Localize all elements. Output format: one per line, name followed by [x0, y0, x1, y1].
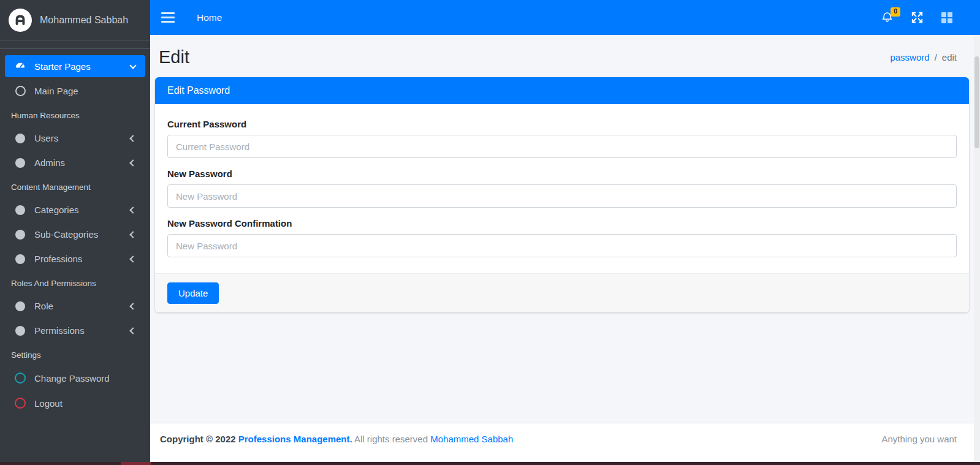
sidebar-section-settings: Settings — [5, 344, 145, 367]
sidebar-item-label: Logout — [34, 398, 140, 409]
current-password-input[interactable] — [167, 135, 957, 158]
chevron-down-icon — [129, 62, 136, 69]
circle-icon — [11, 254, 29, 264]
form-group-new-password: New Password — [167, 168, 957, 208]
new-password-confirmation-input[interactable] — [167, 234, 957, 257]
sidebar-item-admins[interactable]: Admins — [5, 152, 145, 173]
chevron-left-icon — [129, 135, 136, 142]
chevron-left-icon — [129, 206, 136, 213]
page-footer: Copyright © 2022 Professions Management.… — [150, 423, 974, 463]
nav-home-link[interactable]: Home — [197, 12, 222, 23]
fullscreen-button[interactable] — [911, 12, 923, 23]
sidebar-item-label: Professions — [34, 254, 131, 264]
footer-owner-link[interactable]: Mohammed Sabbah — [430, 434, 513, 444]
card-header: Edit Password — [155, 77, 969, 104]
breadcrumb-current: edit — [942, 52, 957, 62]
sidebar-item-logout[interactable]: Logout — [5, 392, 145, 414]
horizontal-scrollbar-thumb[interactable] — [121, 462, 151, 465]
card-body: Current Password New Password New Passwo… — [155, 104, 969, 273]
form-group-current-password: Current Password — [167, 119, 957, 158]
footer-copyright-prefix: Copyright © 2022 — [160, 434, 236, 444]
chevron-left-icon — [129, 327, 136, 334]
page-title: Edit — [159, 47, 189, 67]
chevron-left-icon — [129, 255, 136, 262]
sidebar-item-label: Change Password — [34, 373, 140, 384]
footer-brand-link[interactable]: Professions Management. — [238, 434, 352, 444]
content-header: Edit password / edit — [150, 35, 974, 76]
circle-icon — [11, 326, 29, 336]
sidebar-item-label: Users — [34, 133, 131, 143]
breadcrumb-link-password[interactable]: password — [890, 52, 929, 62]
current-password-label: Current Password — [167, 119, 957, 129]
sidebar-item-label: Main Page — [34, 86, 140, 96]
avatar — [9, 9, 32, 32]
chevron-left-icon — [129, 231, 136, 238]
new-password-label: New Password — [167, 168, 957, 179]
footer-rights-text: All rights reserved — [354, 434, 428, 444]
content-wrapper: Edit password / edit Edit Password Curre… — [150, 35, 974, 463]
expand-arrows-icon — [911, 12, 923, 23]
horizontal-scrollbar[interactable] — [0, 462, 980, 465]
sidebar-item-users[interactable]: Users — [5, 127, 145, 149]
sidebar-item-label: Admins — [34, 157, 131, 168]
notifications-button[interactable]: 0 — [881, 12, 893, 23]
sidebar-divider — [0, 48, 150, 49]
sidebar-item-label: Starter Pages — [34, 61, 131, 72]
chevron-left-icon — [129, 303, 136, 309]
circle-outline-red-icon — [11, 398, 29, 409]
navbar-right-group: 0 — [881, 12, 952, 23]
chevron-left-icon — [129, 159, 136, 166]
tachometer-icon — [11, 61, 29, 72]
sidebar-section-human-resources: Human Resources — [5, 105, 145, 127]
circle-outline-teal-icon — [11, 372, 29, 384]
sidebar-item-change-password[interactable]: Change Password — [5, 367, 145, 389]
sidebar: Mohammed Sabbah Starter Pages Main Page … — [0, 0, 150, 463]
vertical-scrollbar[interactable] — [974, 35, 980, 463]
card-footer: Update — [155, 273, 969, 312]
breadcrumb: password / edit — [890, 52, 957, 62]
sidebar-item-label: Categories — [34, 205, 131, 215]
sidebar-item-label: Permissions — [34, 325, 131, 336]
footer-right-text: Anything you want — [881, 434, 957, 444]
grid-icon — [941, 12, 952, 23]
sidebar-section-content-management: Content Management — [5, 176, 145, 199]
user-name[interactable]: Mohammed Sabbah — [40, 15, 128, 26]
circle-icon — [11, 205, 29, 215]
circle-icon — [11, 230, 29, 240]
circle-icon — [11, 301, 29, 311]
letter-a-logo-icon — [12, 12, 28, 28]
sidebar-toggle-hamburger-icon[interactable] — [161, 12, 175, 23]
sidebar-item-label: Role — [34, 301, 131, 311]
sidebar-item-sub-categories[interactable]: Sub-Categories — [5, 224, 145, 245]
form-group-new-password-confirmation: New Password Confirmation — [167, 218, 957, 257]
breadcrumb-separator: / — [935, 52, 937, 62]
top-navbar: Home 0 — [150, 0, 980, 35]
sidebar-section-roles-permissions: Roles And Permissions — [5, 273, 145, 295]
notification-badge: 0 — [891, 7, 900, 17]
sidebar-item-main-page[interactable]: Main Page — [5, 80, 145, 102]
edit-password-card: Edit Password Current Password New Passw… — [155, 77, 969, 312]
sidebar-item-professions[interactable]: Professions — [5, 248, 145, 270]
footer-copyright: Copyright © 2022 Professions Management.… — [160, 434, 513, 444]
sidebar-nav: Starter Pages Main Page Human Resources … — [0, 55, 150, 414]
circle-icon — [11, 158, 29, 168]
vertical-scrollbar-thumb[interactable] — [974, 56, 979, 148]
apps-grid-button[interactable] — [941, 12, 952, 23]
circle-icon — [11, 134, 29, 143]
circle-outline-icon — [11, 86, 29, 96]
new-password-confirmation-label: New Password Confirmation — [167, 218, 957, 229]
update-button[interactable]: Update — [167, 282, 219, 304]
sidebar-item-role[interactable]: Role — [5, 295, 145, 317]
sidebar-item-starter-pages[interactable]: Starter Pages — [5, 55, 145, 77]
sidebar-item-label: Sub-Categories — [34, 229, 131, 240]
sidebar-item-permissions[interactable]: Permissions — [5, 320, 145, 341]
sidebar-item-categories[interactable]: Categories — [5, 199, 145, 221]
new-password-input[interactable] — [167, 184, 957, 208]
user-panel[interactable]: Mohammed Sabbah — [0, 0, 150, 40]
